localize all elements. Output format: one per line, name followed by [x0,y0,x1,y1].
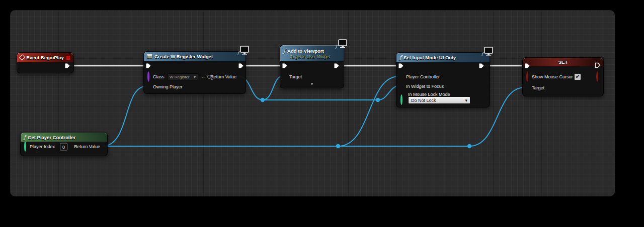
chevron-down-icon: ▾ [465,98,467,103]
class-pin[interactable] [147,72,149,81]
node-title: Set Input Mode UI Only [404,55,456,60]
node-title: Get Player Controller [28,135,75,140]
node-title: Create W Register Widget [154,54,213,59]
client-monitor-icon: ƒ [481,47,494,56]
show-mouse-cursor-out-pin[interactable] [596,72,598,81]
mouse-lock-mode-select[interactable]: Do Not Lock ▾ [408,96,470,104]
exec-out-pin[interactable] [334,62,340,71]
function-icon: ƒ [283,48,285,54]
expand-chevron-icon[interactable]: ▼ [310,82,314,86]
node-get-player-controller[interactable]: ƒ Get Player Controller Player Index 0 R… [20,132,108,156]
node-create-widget[interactable]: Create W Register Widget ƒ Class W Regis… [143,51,246,94]
node-header[interactable]: ƒ Get Player Controller [21,133,107,142]
exec-in-pin[interactable] [524,62,530,71]
chevron-down-icon: ▾ [194,75,196,79]
in-widget-to-focus-label: In Widget to Focus [406,84,444,89]
node-title: Add to Viewport [287,48,324,54]
client-monitor-icon: ƒ [237,46,250,55]
return-value-label: Return Value [210,74,236,79]
event-marker-icon [66,55,70,60]
node-header[interactable]: SET [523,58,603,66]
exec-out-pin[interactable] [478,62,485,71]
graph-canvas[interactable] [10,10,615,196]
mouse-lock-mode-value: Do Not Lock [411,98,436,103]
event-diamond-icon [19,54,25,60]
node-header[interactable]: Create W Register Widget [144,52,246,61]
target-label: Target [532,85,544,90]
node-header[interactable]: ƒ Set Input Mode UI Only [396,53,490,62]
function-icon: ƒ [399,55,401,60]
player-index-label: Player Index [30,144,55,149]
function-icon: ƒ [24,135,26,140]
node-subtitle: Target is User Widget [283,54,341,59]
exec-out-pin[interactable] [238,62,244,71]
owning-player-label: Owning Player [153,84,183,89]
node-header[interactable]: ƒ Add to Viewport Target is User Widget [280,45,344,61]
exec-in-pin[interactable] [398,62,404,71]
class-select[interactable]: W Register ▾ [167,73,198,80]
show-mouse-cursor-checkbox[interactable]: ✔ [574,73,581,80]
show-mouse-cursor-in-pin[interactable] [526,72,528,81]
node-title: SET [558,59,568,65]
player-index-input[interactable]: 0 [60,143,67,151]
class-pin-label: Class [153,74,165,79]
node-event-beginplay[interactable]: Event BeginPlay [17,52,74,73]
node-set-input-mode[interactable]: ƒ Set Input Mode UI Only ƒ Player Contro… [396,52,490,107]
player-index-pin[interactable] [24,142,26,151]
target-label: Target [289,74,302,79]
player-controller-label: Player Controller [406,74,440,79]
in-mouse-lock-mode-pin[interactable] [400,95,403,104]
node-set-show-mouse-cursor[interactable]: SET Show Mouse Cursor ✔ Target [522,57,604,96]
exec-out-pin[interactable] [595,61,601,70]
blueprint-editor: Event BeginPlay Create W Register Widget… [0,0,644,227]
widget-icon [147,54,152,59]
node-title: Event BeginPlay [26,55,63,60]
show-mouse-cursor-label: Show Mouse Cursor [532,74,573,79]
class-tools[interactable]: ← [201,74,211,79]
class-select-value: W Register [170,75,190,79]
client-monitor-icon: ƒ [336,39,348,49]
use-asset-icon[interactable]: ← [201,74,206,79]
node-header[interactable]: Event BeginPlay [17,53,73,62]
return-value-label: Return Value [74,144,100,149]
node-add-to-viewport[interactable]: ƒ Add to Viewport Target is User Widget … [280,45,344,88]
exec-out-pin[interactable] [64,62,70,71]
exec-in-pin[interactable] [145,62,151,71]
exec-in-pin[interactable] [282,62,288,71]
